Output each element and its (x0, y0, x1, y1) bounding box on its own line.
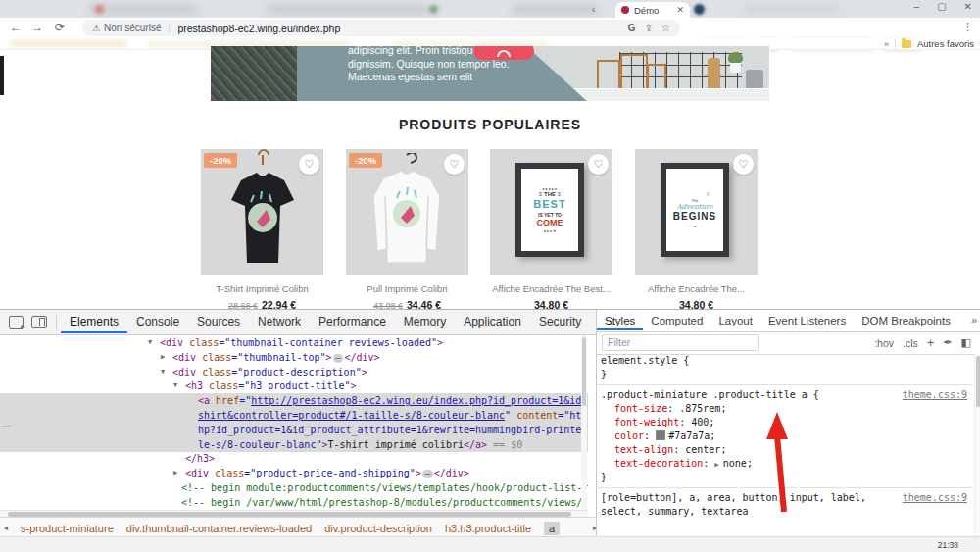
chrome-menu-icon[interactable]: ⋮ (962, 21, 973, 33)
styles-tab-styles[interactable]: Styles (597, 312, 643, 330)
element-style-open[interactable]: element.style { (597, 354, 973, 368)
google-icon[interactable]: G (628, 23, 636, 33)
tree-expand-icon[interactable]: ▶ (173, 466, 177, 480)
color-swatch[interactable] (656, 430, 665, 440)
close-button[interactable]: ✕ (964, 1, 972, 12)
tree-row[interactable]: ▼<h3 class="h3 product-title"> (0, 378, 588, 393)
tree-expand-icon[interactable]: ▶ (161, 350, 165, 365)
tree-row[interactable]: ▶<div class="product-price-and-shipping"… (0, 466, 588, 480)
styles-tab-layout[interactable]: Layout (710, 312, 760, 330)
devtools-tab-sources[interactable]: Sources (188, 311, 249, 333)
product-image[interactable]: ♡ ☾ The Adventure BEGINS ⋯⋯ ▲ ⋯⋯ (635, 149, 758, 275)
rule2-selector[interactable]: [role=button], a, area, button, input, l… (601, 492, 866, 503)
product-image[interactable]: ♡ ▸ ▸ ▸ ▸ ▸ ≡ THE ≡ BEST IS YET TO COME … (490, 149, 612, 275)
tree-row[interactable]: ▼<div class="thumbnail-container reviews… (0, 335, 588, 350)
sidebar-panel-icon[interactable]: ◧ (961, 336, 971, 349)
back-icon[interactable]: ← (10, 21, 22, 34)
other-bookmarks-label[interactable]: Autres favoris (917, 38, 974, 49)
css-property[interactable]: font-weight: 400; (597, 416, 973, 429)
forward-icon[interactable]: → (31, 21, 43, 34)
url-text[interactable]: prestashop8-ec2.wing.eu/index.php (177, 23, 618, 34)
tree-row[interactable]: hp?id_product=1&id_product_attribute=1&r… (0, 423, 588, 437)
inspect-element-icon[interactable] (9, 316, 24, 329)
paint-format-icon[interactable]: ✒ (943, 336, 952, 349)
breadcrumb-item[interactable]: a (544, 522, 560, 535)
tree-expand-icon[interactable]: ▼ (161, 365, 165, 379)
blurred-favicon (95, 5, 104, 14)
share-icon[interactable]: ⇪ (645, 23, 653, 33)
scrollbar-thumb[interactable] (582, 337, 586, 406)
devtools-tab-performance[interactable]: Performance (310, 311, 395, 333)
bookmarks-overflow-icon[interactable]: » (884, 39, 889, 49)
devtools-tab-network[interactable]: Network (249, 311, 310, 333)
wishlist-button[interactable]: ♡ (733, 154, 754, 175)
banner-line: Maecenas egestas sem elit (348, 71, 524, 84)
tree-row[interactable]: <a href="http://prestashop8-ec2.wing.eu/… (0, 393, 588, 408)
cls-toggle[interactable]: .cls (903, 337, 918, 349)
product-title[interactable]: Affiche Encadrée The Best... (490, 275, 612, 297)
product-title[interactable]: T-Shirt Imprimé Colibri (201, 275, 323, 297)
styles-filter-input[interactable]: Filter (602, 334, 759, 351)
elements-tree[interactable]: ▼<div class="thumbnail-container reviews… (0, 335, 588, 510)
toolbar-separator (56, 315, 57, 330)
active-tab[interactable]: Démo ✕ (615, 2, 690, 18)
hov-toggle[interactable]: :hov (874, 337, 894, 349)
tab-scroll-left-icon[interactable]: ‹ (592, 4, 595, 15)
tab-close-icon[interactable]: ✕ (676, 5, 684, 15)
bookmark-star-icon[interactable]: ☆ (662, 23, 670, 33)
styles-tab-dom-breakpoints[interactable]: DOM Breakpoints (854, 312, 958, 330)
tree-row[interactable]: <!-- begin module:productcomments/views/… (0, 480, 588, 495)
rule1-props: font-size: .875rem;font-weight: 400;colo… (597, 402, 973, 471)
devtools-tab-application[interactable]: Application (455, 311, 530, 333)
css-property[interactable]: color: #7a7a7a; (597, 429, 973, 443)
omnibox[interactable]: ⚠ Non sécurisé prestashop8-ec2.wing.eu/i… (82, 20, 680, 36)
wishlist-button[interactable]: ♡ (588, 154, 609, 175)
breadcrumb-scroll-left-icon[interactable]: ◂ (4, 524, 8, 532)
tree-row[interactable]: </h3> (0, 451, 588, 466)
tree-gutter-dots[interactable]: … (2, 419, 12, 428)
hero-banner[interactable]: adipiscing elit. Proin tristique in tort… (211, 46, 769, 101)
elements-vertical-scrollbar[interactable] (581, 335, 587, 510)
rule1-selector[interactable]: .product-miniature .product-title a { (601, 389, 819, 400)
devtools-tab-memory[interactable]: Memory (395, 311, 455, 333)
tree-row[interactable]: le-s/8-couleur-blanc">T-shirt imprimé co… (0, 437, 588, 452)
tree-expand-icon[interactable]: ▼ (173, 378, 177, 393)
css-property[interactable]: text-decoration: ▶ none; (597, 457, 973, 471)
devtools-tab-security[interactable]: Security (530, 311, 590, 333)
new-style-rule-icon[interactable]: + (927, 335, 935, 350)
tree-row[interactable]: shirt&controller=product#/1-taille-s/8-c… (0, 408, 588, 423)
styles-tabs-more-icon[interactable]: » (971, 314, 977, 326)
tree-row[interactable]: ▶<div class="thumbnail-top">⋯</div> (0, 350, 588, 365)
product-image[interactable]: -20% ♡ (346, 149, 468, 275)
rule1-source-link[interactable]: theme.css:9 (903, 388, 967, 402)
product-title[interactable]: Affiche Encadrée The... (635, 275, 758, 297)
reload-icon[interactable]: ⟳ (55, 21, 65, 34)
tree-expand-icon[interactable]: ▼ (148, 335, 152, 350)
expand-value-icon[interactable]: ▶ (714, 461, 722, 469)
css-property[interactable]: text-align: center; (597, 443, 973, 457)
banner-button[interactable] (473, 46, 534, 60)
rule2-source-link[interactable]: theme.css:9 (903, 491, 967, 505)
photo-watering-can (746, 70, 763, 89)
tree-row[interactable]: ▼<div class="product-description"> (0, 365, 588, 379)
rule2-selector-line2[interactable]: select, summary, textarea (597, 505, 973, 519)
breadcrumb-item[interactable]: div.product-description (324, 523, 432, 534)
product-image[interactable]: -20% ♡ (201, 149, 323, 275)
breadcrumb-item[interactable]: h3.h3.product-title (445, 523, 531, 534)
wishlist-button[interactable]: ♡ (444, 154, 465, 175)
wishlist-button[interactable]: ♡ (299, 154, 319, 175)
styles-tab-computed[interactable]: Computed (643, 312, 710, 330)
breadcrumb-item[interactable]: div.thumbnail-container.reviews-loaded (126, 523, 312, 534)
scrollbar-thumb[interactable] (976, 356, 980, 407)
tree-row[interactable]: <!-- begin /var/www/html/prestashop-8/mo… (0, 495, 588, 510)
maximize-button[interactable]: ▢ (937, 1, 946, 12)
styles-tab-event-listeners[interactable]: Event Listeners (760, 312, 854, 330)
breadcrumb-item[interactable]: s-product-miniature (21, 523, 114, 534)
minimize-button[interactable]: – (914, 1, 920, 12)
css-property[interactable]: font-size: .875rem; (597, 402, 973, 416)
devtools-tab-console[interactable]: Console (127, 311, 188, 333)
devtools-tab-elements[interactable]: Elements (61, 311, 127, 333)
device-toolbar-icon[interactable] (31, 316, 47, 328)
styles-vertical-scrollbar[interactable] (974, 354, 980, 537)
product-title[interactable]: Pull Imprimé Colibri (346, 275, 468, 297)
